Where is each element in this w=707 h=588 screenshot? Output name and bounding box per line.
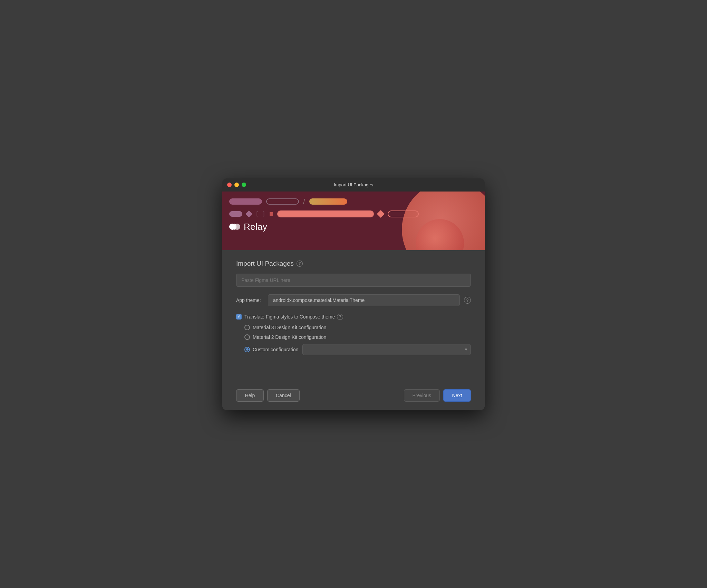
- shape-pill-outline: [266, 198, 299, 205]
- dialog-window: Import UI Packages / [ ]: [222, 178, 485, 410]
- radio-custom-config[interactable]: [244, 347, 250, 352]
- shape-small-square: [270, 212, 273, 216]
- custom-config-input[interactable]: [302, 344, 471, 355]
- maximize-button[interactable]: [242, 183, 246, 187]
- title-bar: Import UI Packages: [222, 178, 485, 192]
- figma-url-input[interactable]: [236, 274, 471, 287]
- traffic-lights: [227, 183, 246, 187]
- banner-shapes-row1: /: [229, 198, 478, 206]
- main-content: Import UI Packages ? App theme: ? ✓ Tran…: [222, 250, 485, 362]
- bottom-left-buttons: Help Cancel: [236, 389, 300, 402]
- radio-material2-label: Material 2 Design Kit configuration: [253, 334, 326, 340]
- window-title: Import UI Packages: [334, 182, 373, 187]
- radio-material3-label: Material 3 Design Kit configuration: [253, 325, 326, 330]
- app-theme-input[interactable]: [268, 294, 460, 306]
- bottom-right-buttons: Previous Next: [404, 389, 471, 402]
- custom-config-dropdown-icon: ▼: [464, 347, 468, 352]
- radio-row-material2: Material 2 Design Kit configuration: [244, 334, 471, 340]
- radio-material2[interactable]: [244, 334, 250, 340]
- shape-diamond-pink-icon: [377, 210, 385, 218]
- shape-pill-outline-pink: [388, 210, 419, 217]
- close-button[interactable]: [227, 183, 232, 187]
- shape-bracket-icon: [ ]: [255, 210, 265, 217]
- radio-row-custom: Custom configuration: ▼: [244, 344, 471, 355]
- shape-pill-gradient: [309, 198, 347, 205]
- bottom-bar: Help Cancel Previous Next: [222, 383, 485, 410]
- translate-label-text: Translate Figma styles to Compose theme: [244, 314, 335, 320]
- custom-config-input-wrapper: ▼: [302, 344, 471, 355]
- shape-pill-pink-large: [277, 210, 374, 217]
- radio-row-material3: Material 3 Design Kit configuration: [244, 325, 471, 330]
- shape-pill-filled: [229, 198, 262, 205]
- svg-point-2: [233, 224, 236, 230]
- previous-button[interactable]: Previous: [404, 389, 440, 402]
- shape-small-pill: [229, 211, 242, 217]
- shape-diamond-icon: [245, 210, 252, 217]
- section-help-icon[interactable]: ?: [297, 261, 303, 267]
- banner-shapes-row2: [ ]: [229, 210, 478, 217]
- minimize-button[interactable]: [234, 183, 239, 187]
- radio-material3[interactable]: [244, 325, 250, 330]
- translate-checkbox-label: Translate Figma styles to Compose theme …: [244, 314, 343, 320]
- app-theme-label: App theme:: [236, 297, 264, 303]
- url-input-wrapper: [236, 274, 471, 287]
- app-theme-help-icon[interactable]: ?: [464, 297, 471, 304]
- banner: / [ ] Relay: [222, 192, 485, 250]
- cancel-button[interactable]: Cancel: [267, 389, 300, 402]
- relay-logo-icon: [229, 222, 240, 232]
- radio-custom-label: Custom configuration:: [253, 347, 300, 352]
- shape-slash-icon: /: [303, 198, 305, 206]
- section-title-text: Import UI Packages: [236, 260, 294, 267]
- checkbox-check-icon: ✓: [238, 315, 241, 318]
- translate-checkbox-row: ✓ Translate Figma styles to Compose them…: [236, 314, 471, 320]
- next-button[interactable]: Next: [443, 389, 471, 402]
- translate-help-icon[interactable]: ?: [337, 314, 343, 320]
- section-title-row: Import UI Packages ?: [236, 260, 471, 267]
- relay-brand-text: Relay: [244, 222, 267, 232]
- help-button[interactable]: Help: [236, 389, 264, 402]
- translate-checkbox[interactable]: ✓: [236, 314, 242, 320]
- radio-group: Material 3 Design Kit configuration Mate…: [244, 325, 471, 355]
- relay-logo-area: Relay: [229, 222, 478, 232]
- app-theme-row: App theme: ?: [236, 294, 471, 306]
